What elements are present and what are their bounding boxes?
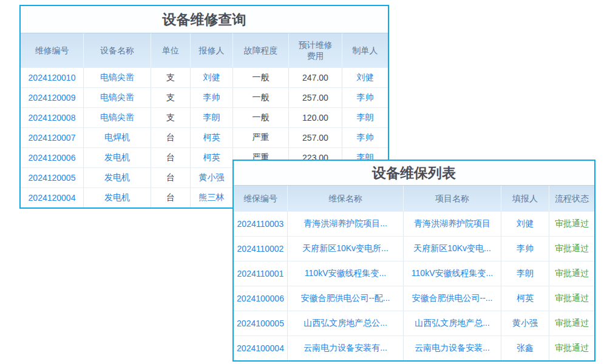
cell-flow-status: 审批通过 bbox=[549, 311, 594, 335]
cell-fault-level: 严重 bbox=[233, 128, 289, 147]
cell-filler[interactable]: 黄小强 bbox=[501, 311, 549, 335]
cell-maint-no[interactable]: 2024100006 bbox=[234, 286, 288, 311]
cell-est-cost: 257.00 bbox=[289, 88, 342, 107]
maintenance-table-body: 2024110003青海洪湖养护院项目...青海洪湖养护院项目刘健审批通过202… bbox=[234, 211, 594, 360]
cell-device-name[interactable]: 发电机 bbox=[84, 188, 151, 207]
cell-fault-level: 一般 bbox=[233, 108, 289, 127]
column-header-repair-no: 维修编号 bbox=[21, 33, 84, 67]
cell-unit: 支 bbox=[151, 108, 191, 127]
cell-maint-no[interactable]: 2024100004 bbox=[234, 336, 288, 360]
cell-unit: 台 bbox=[151, 148, 191, 167]
table-row: 2024120010电镐尖凿支刘健一般247.00刘健 bbox=[21, 67, 388, 87]
cell-maint-name[interactable]: 青海洪湖养护院项目... bbox=[288, 212, 404, 236]
cell-creator[interactable]: 李帅 bbox=[342, 128, 388, 147]
cell-reporter[interactable]: 刘健 bbox=[191, 68, 233, 87]
column-header-filler: 填报人 bbox=[501, 186, 549, 211]
cell-maint-name[interactable]: 安徽合肥供电公司--配... bbox=[288, 286, 404, 311]
cell-est-cost: 247.00 bbox=[289, 68, 342, 87]
cell-maint-no[interactable]: 2024100005 bbox=[234, 311, 288, 335]
table-row: 2024120009电镐尖凿支李帅一般257.00李帅 bbox=[21, 87, 388, 107]
cell-repair-no[interactable]: 2024120007 bbox=[21, 128, 84, 147]
cell-reporter[interactable]: 黄小强 bbox=[191, 168, 233, 187]
cell-filler[interactable]: 张鑫 bbox=[501, 336, 549, 360]
maintenance-list-panel: 设备维保列表 维保编号维保名称项目名称填报人流程状态 2024110003青海洪… bbox=[232, 160, 595, 362]
cell-project-name[interactable]: 云南电力设备安装... bbox=[404, 336, 501, 360]
cell-flow-status: 审批通过 bbox=[549, 261, 594, 286]
cell-filler[interactable]: 李朗 bbox=[501, 261, 549, 286]
cell-unit: 支 bbox=[151, 68, 191, 87]
cell-unit: 台 bbox=[151, 188, 191, 207]
repair-table-header: 维修编号设备名称单位报修人故障程度预计维修费用制单人 bbox=[21, 33, 388, 67]
table-row: 2024110001110kV安徽线程集变...110kV安徽线程集变...李朗… bbox=[234, 261, 594, 286]
cell-repair-no[interactable]: 2024120009 bbox=[21, 88, 84, 107]
cell-project-name[interactable]: 安徽合肥供电公司--... bbox=[404, 286, 501, 311]
cell-maint-name[interactable]: 山西弘文房地产总公... bbox=[288, 311, 404, 335]
table-row: 2024120007电焊机台柯英严重257.00李帅 bbox=[21, 127, 388, 147]
column-header-maint-name: 维保名称 bbox=[288, 186, 404, 211]
cell-reporter[interactable]: 李帅 bbox=[191, 88, 233, 107]
column-header-fault-level: 故障程度 bbox=[233, 33, 289, 67]
cell-project-name[interactable]: 青海洪湖养护院项目 bbox=[404, 212, 501, 236]
cell-maint-name[interactable]: 云南电力设备安装有... bbox=[288, 336, 404, 360]
cell-repair-no[interactable]: 2024120005 bbox=[21, 168, 84, 187]
cell-reporter[interactable]: 柯英 bbox=[191, 148, 233, 167]
cell-creator[interactable]: 刘健 bbox=[342, 68, 388, 87]
column-header-project-name: 项目名称 bbox=[404, 186, 501, 211]
cell-device-name[interactable]: 电镐尖凿 bbox=[84, 108, 151, 127]
cell-unit: 台 bbox=[151, 168, 191, 187]
cell-device-name[interactable]: 电镐尖凿 bbox=[84, 68, 151, 87]
table-row: 2024120008电镐尖凿支李朗一般120.00李朗 bbox=[21, 107, 388, 127]
cell-flow-status: 审批通过 bbox=[549, 286, 594, 311]
column-header-maint-no: 维保编号 bbox=[234, 186, 288, 211]
cell-est-cost: 120.00 bbox=[289, 108, 342, 127]
repair-query-title: 设备维修查询 bbox=[21, 6, 388, 33]
cell-filler[interactable]: 柯英 bbox=[501, 286, 549, 311]
cell-creator[interactable]: 李帅 bbox=[342, 88, 388, 107]
cell-est-cost: 257.00 bbox=[289, 128, 342, 147]
cell-reporter[interactable]: 李朗 bbox=[191, 108, 233, 127]
table-row: 2024100006安徽合肥供电公司--配...安徽合肥供电公司--...柯英审… bbox=[234, 286, 594, 311]
cell-reporter[interactable]: 熊三林 bbox=[191, 188, 233, 207]
cell-fault-level: 一般 bbox=[233, 68, 289, 87]
column-header-flow-status: 流程状态 bbox=[549, 186, 594, 211]
maintenance-table-header: 维保编号维保名称项目名称填报人流程状态 bbox=[234, 185, 594, 211]
table-row: 2024100004云南电力设备安装有...云南电力设备安装...张鑫审批通过 bbox=[234, 335, 594, 360]
column-header-device-name: 设备名称 bbox=[84, 33, 151, 67]
cell-repair-no[interactable]: 2024120006 bbox=[21, 148, 84, 167]
table-row: 2024110003青海洪湖养护院项目...青海洪湖养护院项目刘健审批通过 bbox=[234, 211, 594, 236]
cell-maint-no[interactable]: 2024110001 bbox=[234, 261, 288, 286]
cell-fault-level: 一般 bbox=[233, 88, 289, 107]
column-header-creator: 制单人 bbox=[342, 33, 388, 67]
cell-flow-status: 审批通过 bbox=[549, 212, 594, 236]
cell-repair-no[interactable]: 2024120008 bbox=[21, 108, 84, 127]
column-header-unit: 单位 bbox=[151, 33, 191, 67]
cell-maint-no[interactable]: 2024110002 bbox=[234, 237, 288, 261]
cell-flow-status: 审批通过 bbox=[549, 237, 594, 261]
cell-device-name[interactable]: 发电机 bbox=[84, 148, 151, 167]
maintenance-list-title: 设备维保列表 bbox=[234, 161, 594, 185]
cell-project-name[interactable]: 山西弘文房地产总... bbox=[404, 311, 501, 335]
cell-filler[interactable]: 刘健 bbox=[501, 212, 549, 236]
cell-maint-no[interactable]: 2024110003 bbox=[234, 212, 288, 236]
cell-unit: 支 bbox=[151, 88, 191, 107]
cell-unit: 台 bbox=[151, 128, 191, 147]
table-row: 2024110002天府新区10Kv变电所...天府新区10Kv变电...李帅审… bbox=[234, 236, 594, 261]
cell-repair-no[interactable]: 2024120004 bbox=[21, 188, 84, 207]
table-row: 2024100005山西弘文房地产总公...山西弘文房地产总...黄小强审批通过 bbox=[234, 311, 594, 335]
cell-maint-name[interactable]: 天府新区10Kv变电所... bbox=[288, 237, 404, 261]
cell-creator[interactable]: 李朗 bbox=[342, 108, 388, 127]
cell-maint-name[interactable]: 110kV安徽线程集变... bbox=[288, 261, 404, 286]
cell-device-name[interactable]: 发电机 bbox=[84, 168, 151, 187]
cell-filler[interactable]: 李帅 bbox=[501, 237, 549, 261]
cell-repair-no[interactable]: 2024120010 bbox=[21, 68, 84, 87]
cell-project-name[interactable]: 110kV安徽线程集变... bbox=[404, 261, 501, 286]
cell-device-name[interactable]: 电焊机 bbox=[84, 128, 151, 147]
column-header-reporter: 报修人 bbox=[191, 33, 233, 67]
column-header-est-cost: 预计维修费用 bbox=[289, 33, 342, 67]
cell-reporter[interactable]: 柯英 bbox=[191, 128, 233, 147]
cell-device-name[interactable]: 电镐尖凿 bbox=[84, 88, 151, 107]
cell-project-name[interactable]: 天府新区10Kv变电... bbox=[404, 237, 501, 261]
cell-flow-status: 审批通过 bbox=[549, 336, 594, 360]
